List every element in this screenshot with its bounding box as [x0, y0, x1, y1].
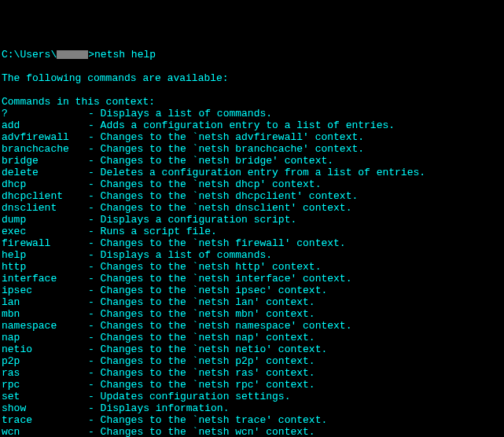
command-name: advfirewall — [2, 131, 88, 143]
prompt-path-suffix: > — [88, 49, 94, 61]
command-desc: - Changes to the `netsh dhcpclient' cont… — [88, 190, 358, 202]
command-row: ipsec- Changes to the `netsh ipsec' cont… — [2, 285, 502, 296]
redacted-username — [57, 50, 88, 59]
command-name: interface — [2, 273, 88, 285]
command-desc: - Changes to the `netsh advfirewall' con… — [88, 131, 364, 143]
command-desc: - Changes to the `netsh branchcache' con… — [88, 143, 364, 155]
command-desc: - Changes to the `netsh lan' context. — [88, 296, 315, 308]
command-row: trace- Changes to the `netsh trace' cont… — [2, 414, 502, 426]
command-name: rpc — [2, 379, 88, 391]
command-row: lan- Changes to the `netsh lan' context. — [2, 296, 502, 308]
command-desc: - Changes to the `netsh dnsclient' conte… — [88, 202, 351, 214]
command-row: dnsclient- Changes to the `netsh dnsclie… — [2, 202, 502, 214]
context-header: Commands in this context: — [2, 96, 502, 108]
command-desc: - Displays information. — [88, 402, 229, 414]
command-name: delete — [2, 167, 88, 178]
entered-command: netsh help — [94, 49, 156, 61]
prompt-line: C:\Users\>netsh help — [2, 49, 502, 61]
command-name: firewall — [2, 237, 88, 249]
command-desc: - Changes to the `netsh ipsec' context. — [88, 285, 327, 296]
command-row: delete- Deletes a configuration entry fr… — [2, 167, 502, 178]
command-desc: - Changes to the `netsh rpc' context. — [88, 379, 315, 391]
command-desc: - Changes to the `netsh http' context. — [88, 261, 321, 273]
terminal-output[interactable]: C:\Users\>netsh helpThe following comman… — [2, 49, 502, 437]
command-row: add- Adds a configuration entry to a lis… — [2, 119, 502, 131]
command-name: wcn — [2, 426, 88, 437]
command-desc: - Adds a configuration entry to a list o… — [88, 119, 395, 131]
command-name: lan — [2, 296, 88, 308]
command-desc: - Changes to the `netsh mbn' context. — [88, 308, 315, 320]
command-desc: - Changes to the `netsh bridge' context. — [88, 155, 333, 167]
command-name: trace — [2, 414, 88, 426]
command-name: add — [2, 119, 88, 131]
command-name: dump — [2, 214, 88, 226]
command-row: ras- Changes to the `netsh ras' context. — [2, 367, 502, 379]
command-desc: - Changes to the `netsh nap' context. — [88, 332, 315, 343]
command-row: http- Changes to the `netsh http' contex… — [2, 261, 502, 273]
command-name: exec — [2, 226, 88, 237]
command-desc: - Updates configuration settings. — [88, 391, 290, 402]
command-row: exec- Runs a script file. — [2, 226, 502, 237]
command-desc: - Changes to the `netsh interface' conte… — [88, 273, 351, 285]
command-row: netio- Changes to the `netsh netio' cont… — [2, 343, 502, 355]
command-row: dhcp- Changes to the `netsh dhcp' contex… — [2, 178, 502, 190]
command-desc: - Displays a list of commands. — [88, 108, 272, 119]
command-name: dhcpclient — [2, 190, 88, 202]
command-name: ipsec — [2, 285, 88, 296]
command-row: interface- Changes to the `netsh interfa… — [2, 273, 502, 285]
command-row: dhcpclient- Changes to the `netsh dhcpcl… — [2, 190, 502, 202]
command-row: rpc- Changes to the `netsh rpc' context. — [2, 379, 502, 391]
command-row: wcn- Changes to the `netsh wcn' context. — [2, 426, 502, 437]
command-desc: - Deletes a configuration entry from a l… — [88, 167, 425, 178]
command-desc: - Runs a script file. — [88, 226, 217, 237]
command-desc: - Changes to the `netsh ras' context. — [88, 367, 315, 379]
command-desc: - Changes to the `netsh firewall' contex… — [88, 237, 346, 249]
command-desc: - Changes to the `netsh netio' context. — [88, 343, 327, 355]
command-name: bridge — [2, 155, 88, 167]
command-row: help- Displays a list of commands. — [2, 249, 502, 261]
command-name: mbn — [2, 308, 88, 320]
command-desc: - Changes to the `netsh namespace' conte… — [88, 320, 351, 332]
command-row: advfirewall- Changes to the `netsh advfi… — [2, 131, 502, 143]
command-desc: - Displays a configuration script. — [88, 214, 296, 226]
command-name: p2p — [2, 355, 88, 367]
blank-line — [2, 61, 502, 72]
command-row: firewall- Changes to the `netsh firewall… — [2, 237, 502, 249]
command-row: show- Displays information. — [2, 402, 502, 414]
command-row: nap- Changes to the `netsh nap' context. — [2, 332, 502, 343]
command-name: netio — [2, 343, 88, 355]
command-row: mbn- Changes to the `netsh mbn' context. — [2, 308, 502, 320]
command-name: help — [2, 249, 88, 261]
command-name: ? — [2, 108, 88, 119]
command-name: dhcp — [2, 178, 88, 190]
command-name: dnsclient — [2, 202, 88, 214]
command-row: ?- Displays a list of commands. — [2, 108, 502, 119]
command-name: branchcache — [2, 143, 88, 155]
command-row: set- Updates configuration settings. — [2, 391, 502, 402]
command-name: set — [2, 391, 88, 402]
prompt-path-prefix: C:\Users\ — [2, 49, 57, 61]
command-name: nap — [2, 332, 88, 343]
command-row: dump- Displays a configuration script. — [2, 214, 502, 226]
command-desc: - Changes to the `netsh dhcp' context. — [88, 178, 321, 190]
command-row: namespace- Changes to the `netsh namespa… — [2, 320, 502, 332]
commands-list: ?- Displays a list of commands.add- Adds… — [2, 108, 502, 437]
command-row: p2p- Changes to the `netsh p2p' context. — [2, 355, 502, 367]
command-desc: - Changes to the `netsh p2p' context. — [88, 355, 315, 367]
header-text: The following commands are available: — [2, 72, 502, 84]
command-row: branchcache- Changes to the `netsh branc… — [2, 143, 502, 155]
command-row: bridge- Changes to the `netsh bridge' co… — [2, 155, 502, 167]
command-desc: - Displays a list of commands. — [88, 249, 272, 261]
command-name: ras — [2, 367, 88, 379]
command-name: show — [2, 402, 88, 414]
command-desc: - Changes to the `netsh trace' context. — [88, 414, 327, 426]
command-desc: - Changes to the `netsh wcn' context. — [88, 426, 315, 437]
blank-line — [2, 84, 502, 96]
command-name: namespace — [2, 320, 88, 332]
command-name: http — [2, 261, 88, 273]
